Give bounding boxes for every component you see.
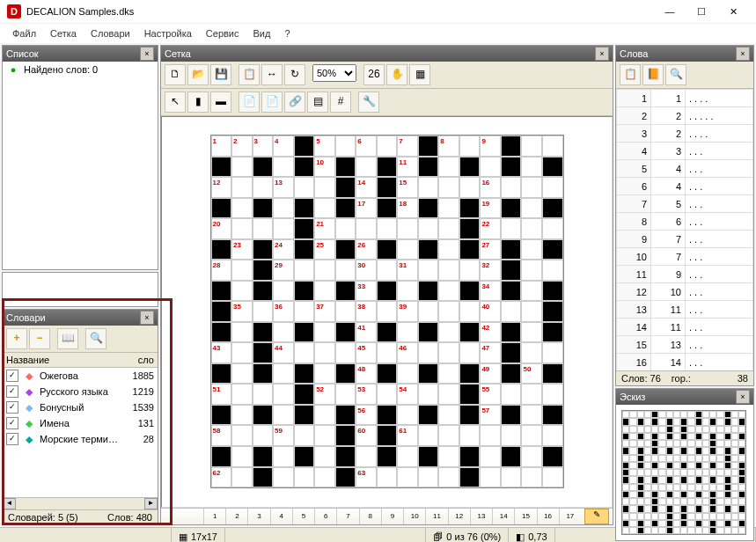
cell[interactable]	[253, 177, 274, 198]
cell[interactable]	[438, 384, 459, 405]
cell[interactable]	[418, 239, 439, 260]
cell[interactable]	[716, 455, 723, 462]
cell[interactable]	[666, 426, 673, 433]
cell[interactable]	[680, 505, 687, 512]
cell[interactable]	[644, 527, 651, 534]
cell[interactable]	[314, 467, 335, 488]
cell[interactable]	[687, 433, 694, 440]
cell[interactable]	[702, 440, 709, 447]
cell[interactable]	[738, 440, 745, 447]
cell[interactable]	[687, 513, 694, 520]
cell[interactable]	[542, 322, 563, 343]
cell[interactable]	[438, 239, 459, 260]
dict-globe-icon[interactable]: 🔍	[85, 328, 106, 349]
cell[interactable]	[702, 433, 709, 440]
cell[interactable]	[377, 218, 398, 239]
cell[interactable]: 55	[480, 384, 501, 405]
cell[interactable]	[695, 426, 702, 433]
cell[interactable]	[687, 447, 694, 454]
cell[interactable]	[637, 426, 644, 433]
table-row[interactable]: 1210. . .	[617, 283, 753, 301]
cell[interactable]	[731, 505, 738, 512]
cell[interactable]: 51	[211, 384, 232, 405]
cell[interactable]	[731, 462, 738, 469]
cell[interactable]	[738, 520, 745, 527]
cell[interactable]	[709, 462, 716, 469]
cell[interactable]	[644, 447, 651, 454]
cell[interactable]	[658, 469, 665, 476]
cell[interactable]	[716, 418, 723, 425]
panel-word-list-close-icon[interactable]: ×	[140, 47, 154, 61]
cell[interactable]	[738, 484, 745, 491]
cell[interactable]	[716, 411, 723, 418]
cell[interactable]	[377, 425, 398, 446]
cell[interactable]	[731, 455, 738, 462]
table-row[interactable]: 1411. . .	[617, 319, 753, 336]
cell[interactable]	[651, 505, 658, 512]
cell[interactable]	[542, 157, 563, 178]
cell[interactable]	[709, 469, 716, 476]
cell[interactable]	[629, 426, 636, 433]
cell[interactable]	[680, 520, 687, 527]
copy-icon[interactable]: 📋	[239, 64, 260, 85]
cell[interactable]	[680, 418, 687, 425]
cell[interactable]	[695, 505, 702, 512]
cell[interactable]	[637, 491, 644, 498]
cell[interactable]	[673, 513, 680, 520]
cell[interactable]	[314, 342, 335, 363]
cell[interactable]	[731, 426, 738, 433]
table-row[interactable]: 64. . .	[617, 178, 753, 195]
cell[interactable]	[335, 342, 356, 363]
cell[interactable]: 39	[397, 301, 418, 322]
cell[interactable]	[716, 440, 723, 447]
cell[interactable]: 28	[211, 260, 232, 281]
cell[interactable]	[680, 527, 687, 534]
cell[interactable]	[377, 239, 398, 260]
cell[interactable]	[273, 218, 294, 239]
cell[interactable]	[273, 363, 294, 385]
cell[interactable]: 49	[480, 363, 501, 385]
cell[interactable]	[673, 469, 680, 476]
cell[interactable]	[629, 440, 636, 447]
cell[interactable]	[644, 418, 651, 425]
menu-view[interactable]: Вид	[246, 26, 278, 40]
doc-a-icon[interactable]: 📄	[239, 92, 260, 113]
cell[interactable]	[294, 177, 315, 198]
cell[interactable]: 53	[356, 384, 377, 405]
cell[interactable]	[438, 405, 459, 426]
open-icon[interactable]: 📂	[187, 64, 209, 85]
cell[interactable]	[702, 447, 709, 454]
cell[interactable]	[397, 218, 418, 239]
cell[interactable]	[629, 520, 636, 527]
cell[interactable]	[521, 425, 542, 446]
menu-grid[interactable]: Сетка	[43, 26, 84, 40]
cell[interactable]	[738, 469, 745, 476]
cell[interactable]	[622, 484, 629, 491]
cell[interactable]: 31	[397, 260, 418, 281]
cell[interactable]	[253, 384, 274, 405]
cell[interactable]	[377, 405, 398, 426]
cell[interactable]	[666, 513, 673, 520]
cell[interactable]	[418, 363, 439, 385]
cell[interactable]	[314, 363, 335, 385]
cell[interactable]	[542, 136, 563, 157]
cell[interactable]	[673, 440, 680, 447]
cell[interactable]	[335, 363, 356, 385]
cell[interactable]	[637, 411, 644, 418]
cell[interactable]	[709, 527, 716, 534]
cell[interactable]	[622, 491, 629, 498]
cell[interactable]	[716, 505, 723, 512]
cell[interactable]: 32	[480, 260, 501, 281]
crossword-canvas[interactable]: 1234567891011121314151617181920212223242…	[161, 116, 613, 508]
cell[interactable]	[637, 527, 644, 534]
cell[interactable]	[709, 484, 716, 491]
cell[interactable]	[651, 411, 658, 418]
cell[interactable]	[211, 301, 232, 322]
cell[interactable]	[724, 462, 731, 469]
cell[interactable]: 21	[314, 218, 335, 239]
checkbox-icon[interactable]: ✓	[6, 433, 18, 445]
cell[interactable]	[702, 520, 709, 527]
cell[interactable]	[418, 342, 439, 363]
ruler-action-button[interactable]: ✎	[584, 509, 609, 524]
cell[interactable]	[335, 322, 356, 343]
